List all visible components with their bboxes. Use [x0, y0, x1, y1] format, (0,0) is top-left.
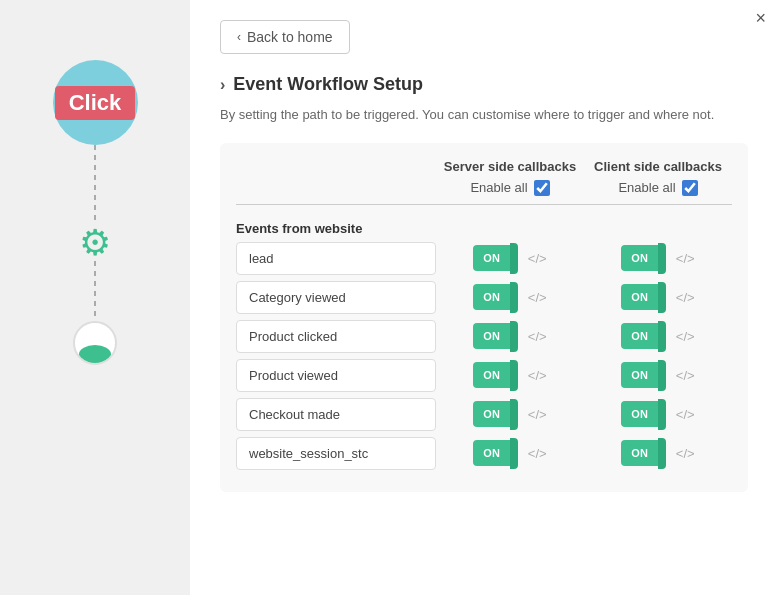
server-code-icon-lead[interactable]: </>: [528, 251, 547, 266]
end-node-inner: [79, 345, 111, 363]
server-enable-all-checkbox[interactable]: [534, 180, 550, 196]
server-toggle-slider-website-session: [510, 438, 518, 469]
server-on-button-product-viewed[interactable]: ON: [473, 362, 510, 388]
click-label: Click: [55, 86, 136, 120]
server-toggle-group-website-session[interactable]: ON: [473, 438, 518, 469]
table-header: Server side callbacks Client side callba…: [236, 159, 732, 174]
client-toggle-product-viewed: ON </>: [584, 360, 732, 391]
client-on-button-product-viewed[interactable]: ON: [621, 362, 658, 388]
client-toggle-group-category-viewed[interactable]: ON: [621, 282, 666, 313]
end-node: [73, 321, 117, 365]
client-on-button-category-viewed[interactable]: ON: [621, 284, 658, 310]
close-button[interactable]: ×: [755, 8, 766, 29]
server-toggle-checkout-made: ON </>: [436, 399, 584, 430]
table-row: Checkout made ON </> ON </>: [236, 398, 732, 431]
sidebar: Click ⚙: [0, 0, 190, 595]
client-side-header: Client side callbacks: [584, 159, 732, 174]
client-toggle-slider-checkout-made: [658, 399, 666, 430]
client-toggle-group-checkout-made[interactable]: ON: [621, 399, 666, 430]
server-toggle-group-category-viewed[interactable]: ON: [473, 282, 518, 313]
server-toggle-slider-lead: [510, 243, 518, 274]
client-code-icon-product-viewed[interactable]: </>: [676, 368, 695, 383]
server-toggle-group-product-viewed[interactable]: ON: [473, 360, 518, 391]
server-toggle-category-viewed: ON </>: [436, 282, 584, 313]
server-toggle-lead: ON </>: [436, 243, 584, 274]
server-code-icon-product-viewed[interactable]: </>: [528, 368, 547, 383]
server-toggle-group-product-clicked[interactable]: ON: [473, 321, 518, 352]
client-code-icon-product-clicked[interactable]: </>: [676, 329, 695, 344]
server-toggle-slider-product-clicked: [510, 321, 518, 352]
client-toggle-group-website-session[interactable]: ON: [621, 438, 666, 469]
client-toggle-lead: ON </>: [584, 243, 732, 274]
client-on-button-website-session[interactable]: ON: [621, 440, 658, 466]
client-toggle-slider-category-viewed: [658, 282, 666, 313]
connector-line-1: [94, 145, 96, 225]
client-toggle-slider-product-clicked: [658, 321, 666, 352]
table-row: website_session_stc ON </> ON </>: [236, 437, 732, 470]
section-title-container: › Event Workflow Setup: [220, 74, 748, 95]
client-code-icon-lead[interactable]: </>: [676, 251, 695, 266]
server-on-button-website-session[interactable]: ON: [473, 440, 510, 466]
client-enable-all-label: Enable all: [618, 180, 675, 195]
enable-all-empty: [236, 180, 436, 196]
server-toggle-product-viewed: ON </>: [436, 360, 584, 391]
client-code-icon-checkout-made[interactable]: </>: [676, 407, 695, 422]
server-toggle-slider-product-viewed: [510, 360, 518, 391]
event-name-website-session: website_session_stc: [236, 437, 436, 470]
client-code-icon-website-session[interactable]: </>: [676, 446, 695, 461]
event-name-checkout-made: Checkout made: [236, 398, 436, 431]
event-name-category-viewed: Category viewed: [236, 281, 436, 314]
server-code-icon-category-viewed[interactable]: </>: [528, 290, 547, 305]
client-on-button-product-clicked[interactable]: ON: [621, 323, 658, 349]
server-side-header: Server side callbacks: [436, 159, 584, 174]
server-on-button-category-viewed[interactable]: ON: [473, 284, 510, 310]
server-toggle-website-session: ON </>: [436, 438, 584, 469]
table-header-empty: [236, 159, 436, 174]
server-code-icon-product-clicked[interactable]: </>: [528, 329, 547, 344]
server-enable-all-cell: Enable all: [436, 180, 584, 196]
section-description: By setting the path to be triggered. You…: [220, 105, 748, 125]
server-on-button-product-clicked[interactable]: ON: [473, 323, 510, 349]
client-code-icon-category-viewed[interactable]: </>: [676, 290, 695, 305]
server-on-button-lead[interactable]: ON: [473, 245, 510, 271]
client-on-button-lead[interactable]: ON: [621, 245, 658, 271]
client-enable-all-cell: Enable all: [584, 180, 732, 196]
event-name-lead: lead: [236, 242, 436, 275]
client-toggle-checkout-made: ON </>: [584, 399, 732, 430]
server-code-icon-checkout-made[interactable]: </>: [528, 407, 547, 422]
table-row: Product clicked ON </> ON </>: [236, 320, 732, 353]
server-code-icon-website-session[interactable]: </>: [528, 446, 547, 461]
back-chevron: ‹: [237, 30, 241, 44]
back-button[interactable]: ‹ Back to home: [220, 20, 350, 54]
table-row: Product viewed ON </> ON </>: [236, 359, 732, 392]
client-toggle-group-product-clicked[interactable]: ON: [621, 321, 666, 352]
server-on-button-checkout-made[interactable]: ON: [473, 401, 510, 427]
client-toggle-group-lead[interactable]: ON: [621, 243, 666, 274]
gear-icon: ⚙: [79, 225, 111, 261]
server-toggle-group-lead[interactable]: ON: [473, 243, 518, 274]
event-name-product-clicked: Product clicked: [236, 320, 436, 353]
client-toggle-category-viewed: ON </>: [584, 282, 732, 313]
client-toggle-group-product-viewed[interactable]: ON: [621, 360, 666, 391]
enable-all-row: Enable all Enable all: [236, 180, 732, 205]
event-name-product-viewed: Product viewed: [236, 359, 436, 392]
server-enable-all-label: Enable all: [470, 180, 527, 195]
client-on-button-checkout-made[interactable]: ON: [621, 401, 658, 427]
client-toggle-slider-website-session: [658, 438, 666, 469]
client-toggle-product-clicked: ON </>: [584, 321, 732, 352]
events-section-label: Events from website: [236, 213, 732, 242]
client-toggle-slider-product-viewed: [658, 360, 666, 391]
client-enable-all-checkbox[interactable]: [682, 180, 698, 196]
client-toggle-website-session: ON </>: [584, 438, 732, 469]
server-toggle-slider-category-viewed: [510, 282, 518, 313]
click-node[interactable]: Click: [53, 60, 138, 145]
connector-line-2: [94, 261, 96, 321]
server-toggle-group-checkout-made[interactable]: ON: [473, 399, 518, 430]
server-toggle-slider-checkout-made: [510, 399, 518, 430]
main-content: ‹ Back to home › Event Workflow Setup By…: [190, 0, 778, 595]
section-title-text: Event Workflow Setup: [233, 74, 423, 95]
server-toggle-product-clicked: ON </>: [436, 321, 584, 352]
section-chevron-icon: ›: [220, 76, 225, 94]
back-button-label: Back to home: [247, 29, 333, 45]
client-toggle-slider-lead: [658, 243, 666, 274]
